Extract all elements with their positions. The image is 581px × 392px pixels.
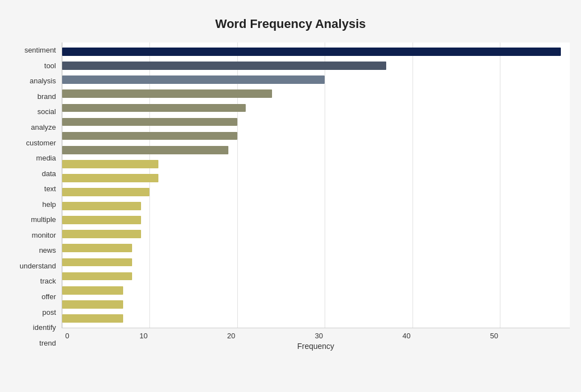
y-label: social [38,108,56,115]
bar-analyze [62,118,237,126]
bar-offer [62,272,132,281]
bar-row [62,143,570,157]
bar-monitor [62,216,141,224]
y-label: multiple [31,216,56,223]
bars-and-xaxis: 01020304050 Frequency [62,42,570,351]
y-label: text [44,185,56,192]
bar-row [62,115,570,129]
bars-inner [62,42,570,328]
chart-container: Word Frequency Analysis sentimenttoolana… [0,0,581,392]
bar-text [62,174,158,182]
y-label: understand [20,262,56,270]
bar-customer [62,132,237,140]
x-tick-label: 30 [308,332,330,340]
bar-tool [62,62,386,70]
x-tick-label: 0 [56,332,78,340]
y-label: monitor [32,232,56,239]
y-label: media [36,154,56,162]
chart-area: sentimenttoolanalysisbrandsocialanalyzec… [11,42,570,351]
bar-row [62,199,570,213]
bar-row [62,311,570,325]
bar-post [62,286,123,295]
y-label: offer [41,293,56,300]
x-tick-label: 20 [220,332,242,340]
bar-row [62,213,570,227]
bar-social [62,104,246,112]
bar-trend [62,314,123,323]
bar-row [62,284,570,297]
y-label: post [42,309,56,316]
y-label: analysis [30,77,56,84]
bar-row [62,129,570,143]
bar-row [62,185,570,199]
bar-multiple [62,202,141,210]
bars-wrapper [62,42,570,328]
y-label: sentiment [25,46,56,54]
y-label: brand [38,93,56,100]
bar-row [62,171,570,185]
y-label: trend [39,339,56,347]
y-label: analyze [31,124,56,131]
bar-identify [62,300,123,309]
bar-row [62,255,570,269]
bar-row [62,241,570,255]
x-axis-title: Frequency [62,342,570,351]
x-tick-label: 40 [395,332,418,340]
y-label: identify [33,324,56,331]
bar-track [62,258,132,267]
y-label: track [40,277,56,285]
bar-row [62,270,570,284]
bar-row [62,87,570,101]
y-label: news [39,247,56,254]
bar-understand [62,244,132,252]
bar-brand [62,89,272,98]
x-axis-labels: 01020304050 [62,328,570,339]
y-axis-labels: sentimenttoolanalysisbrandsocialanalyzec… [11,42,62,351]
bar-row [62,157,570,171]
bar-row [62,101,570,115]
bar-media [62,146,228,154]
bar-sentiment [62,48,561,56]
x-tick-label: 10 [133,332,155,340]
bar-row [62,297,570,311]
x-tick-label: 50 [483,332,505,340]
bar-data [62,160,158,168]
y-label: customer [26,139,56,147]
bar-news [62,230,141,238]
bar-row [62,227,570,241]
y-label: help [42,201,56,208]
bar-row [62,45,570,59]
bar-row [62,59,570,73]
chart-title: Word Frequency Analysis [11,17,570,31]
bar-analysis [62,75,325,84]
bar-help [62,188,149,196]
y-label: data [42,170,56,177]
bar-row [62,73,570,87]
y-label: tool [44,62,56,69]
